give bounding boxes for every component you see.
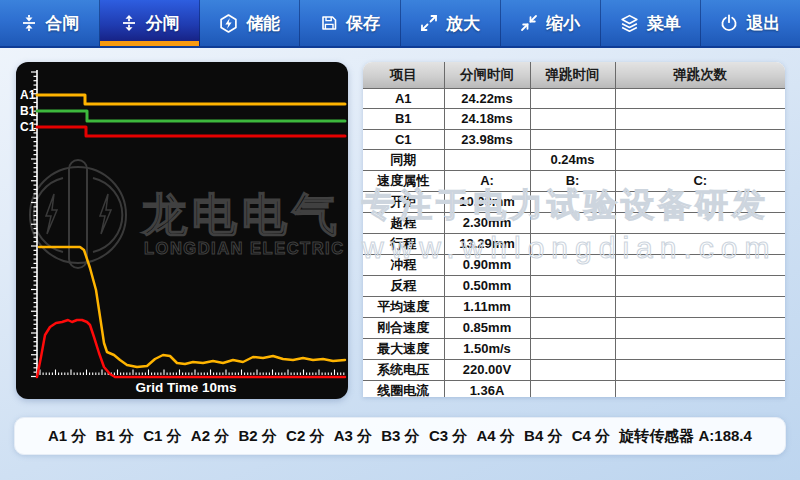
table-cell: B: <box>530 170 615 191</box>
table-cell: 速度属性 <box>363 170 444 191</box>
phase-status-c1: C1 分 <box>143 427 181 446</box>
table-cell <box>615 359 785 380</box>
table-cell <box>530 109 615 129</box>
close-switch-icon <box>20 14 38 32</box>
table-cell: 1.36A <box>444 380 530 397</box>
table-cell: 刚合速度 <box>363 317 444 338</box>
table-cell <box>530 129 615 149</box>
waveform-chart: 龙电电气 LONGDIAN ELECTRIC A1B1C1 Grid Time … <box>16 62 348 399</box>
table-cell <box>615 338 785 359</box>
tab-label: 菜单 <box>647 12 681 35</box>
table-cell <box>530 233 615 254</box>
tab-open-switch[interactable]: 分闸 <box>100 0 200 46</box>
table-row: 冲程0.90mm <box>363 254 785 275</box>
table-cell: 1.11mm <box>444 296 530 317</box>
tab-energy-storage[interactable]: 储能 <box>200 0 300 46</box>
table-cell <box>615 254 785 275</box>
table-cell: 24.18ms <box>444 109 530 129</box>
channel-label-C1: C1 <box>20 120 36 134</box>
trace-coil-current <box>37 320 345 377</box>
phase-status-c2: C2 分 <box>286 427 324 446</box>
phase-status-c4: C4 分 <box>572 427 610 446</box>
table-cell: 冲程 <box>363 254 444 275</box>
phase-status-b3: B3 分 <box>381 427 419 446</box>
table-cell <box>615 275 785 296</box>
tab-label: 缩小 <box>546 12 580 35</box>
x-axis-ruler <box>40 370 344 376</box>
table-cell <box>530 359 615 380</box>
table-cell: 0.24ms <box>530 149 615 170</box>
table-cell <box>530 275 615 296</box>
table-cell <box>615 380 785 397</box>
table-row: 速度属性A:B:C: <box>363 170 785 191</box>
phase-status-c3: C3 分 <box>429 427 467 446</box>
power-icon <box>720 14 738 32</box>
table-cell: 最大速度 <box>363 338 444 359</box>
channel-label-B1: B1 <box>20 104 36 118</box>
table-cell <box>530 338 615 359</box>
table-cell: 超程 <box>363 212 444 233</box>
rotary-sensor-reading: 旋转传感器 A:188.4 <box>619 427 752 446</box>
table-cell <box>530 212 615 233</box>
table-cell: 13.29mm <box>444 233 530 254</box>
table-row: 系统电压220.00V <box>363 359 785 380</box>
table-cell <box>615 191 785 212</box>
chart-watermark-logo <box>30 160 126 268</box>
table-header-cell: 项目 <box>363 62 444 89</box>
table-cell: 线圈电流 <box>363 380 444 397</box>
tab-close-switch[interactable]: 合闸 <box>0 0 100 46</box>
table-cell: 2.30mm <box>444 212 530 233</box>
table-cell: 0.85mm <box>444 317 530 338</box>
table-cell: 平均速度 <box>363 296 444 317</box>
tab-label: 储能 <box>246 12 280 35</box>
phase-status-a2: A2 分 <box>191 427 229 446</box>
table-row: 超程2.30mm <box>363 212 785 233</box>
table-row: 同期0.24ms <box>363 149 785 170</box>
table-cell: 0.90mm <box>444 254 530 275</box>
energy-icon <box>219 14 238 33</box>
tab-save[interactable]: 保存 <box>300 0 400 46</box>
results-table: 项目分闸时间弹跳时间弹跳次数 A124.22msB124.18msC123.98… <box>363 62 785 397</box>
tab-exit[interactable]: 退出 <box>701 0 800 46</box>
table-body: A124.22msB124.18msC123.98ms同期0.24ms速度属性A… <box>363 89 785 398</box>
table-row: 反程0.50mm <box>363 275 785 296</box>
table-cell: 10.99mm <box>444 191 530 212</box>
trace-C1-contact <box>37 127 345 136</box>
table-cell <box>530 317 615 338</box>
table-row: 平均速度1.11mm <box>363 296 785 317</box>
open-switch-icon <box>120 14 138 32</box>
table-cell: A: <box>444 170 530 191</box>
table-header-row: 项目分闸时间弹跳时间弹跳次数 <box>363 62 785 89</box>
table-cell: 0.50mm <box>444 275 530 296</box>
table-head: 项目分闸时间弹跳时间弹跳次数 <box>363 62 785 89</box>
table-cell <box>615 109 785 129</box>
tab-label: 合闸 <box>46 12 80 35</box>
tab-label: 退出 <box>746 12 780 35</box>
tab-label: 分闸 <box>146 12 180 35</box>
zoom-out-icon <box>520 14 538 32</box>
table-cell: B1 <box>363 109 444 129</box>
zoom-in-icon <box>420 14 438 32</box>
tab-zoom-out[interactable]: 缩小 <box>501 0 601 46</box>
chart-watermark-cn: 龙电电气 <box>141 189 342 240</box>
channel-labels: A1B1C1 <box>20 88 36 134</box>
tab-zoom-in[interactable]: 放大 <box>401 0 501 46</box>
table-row: C123.98ms <box>363 129 785 149</box>
phase-status-a1: A1 分 <box>48 427 86 446</box>
table-cell <box>444 149 530 170</box>
phase-status-a3: A3 分 <box>334 427 372 446</box>
table-row: 线圈电流1.36A <box>363 380 785 397</box>
table-cell <box>615 212 785 233</box>
save-icon <box>320 14 338 32</box>
table-cell: 23.98ms <box>444 129 530 149</box>
table-cell: 220.00V <box>444 359 530 380</box>
table-cell <box>615 149 785 170</box>
table-row: A124.22ms <box>363 89 785 109</box>
chart-watermark-en: LONGDIAN ELECTRIC <box>144 239 345 257</box>
table-cell <box>530 296 615 317</box>
table-cell <box>530 254 615 275</box>
table-cell <box>615 129 785 149</box>
tab-menu[interactable]: 菜单 <box>601 0 701 46</box>
trace-A1-contact <box>37 95 345 104</box>
phase-status-a4: A4 分 <box>476 427 514 446</box>
